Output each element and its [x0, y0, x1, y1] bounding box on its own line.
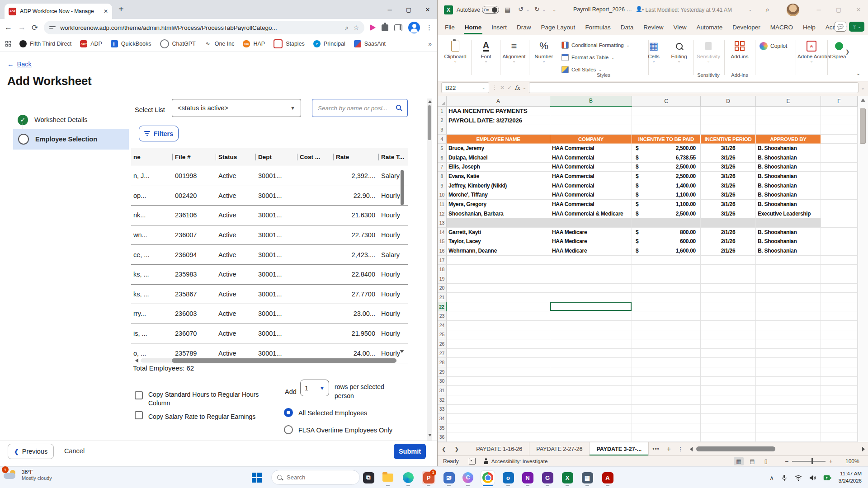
cell-A20[interactable] [447, 284, 550, 293]
cell-B32[interactable] [550, 395, 632, 405]
bookmark-item[interactable]: hapHAP [243, 40, 265, 47]
cell-A34[interactable] [447, 414, 550, 423]
cancel-entry-icon[interactable]: ✕ [500, 84, 505, 91]
column-header-F[interactable]: F [821, 96, 858, 107]
cell-E10[interactable]: B. Shooshanian [756, 190, 821, 200]
extension-pink-icon[interactable] [370, 24, 376, 31]
cell-A6[interactable]: Dulapa, Michael [447, 153, 550, 163]
page-scroll-down-icon[interactable] [428, 434, 432, 436]
row-header-24[interactable]: 24 [438, 321, 447, 330]
cell-E2[interactable] [756, 116, 821, 126]
row-header-27[interactable]: 27 [438, 349, 447, 358]
side-panel-icon[interactable] [394, 24, 402, 31]
cell-A32[interactable] [447, 395, 550, 405]
row-header-15[interactable]: 15 [438, 237, 447, 247]
number-group[interactable]: % Number⌄ [531, 39, 557, 63]
cell-C5[interactable]: $2,500.00 [632, 144, 701, 153]
cell-B15[interactable]: HAA Medicare [550, 237, 632, 247]
back-link[interactable]: ← Back [7, 61, 32, 68]
column-header-B[interactable]: B [550, 96, 632, 107]
page-scrollbar-thumb[interactable] [428, 105, 431, 140]
last-modified-label[interactable]: • Last Modified: Yesterday at 9:41 AM [642, 7, 732, 13]
cell-D1[interactable] [701, 107, 756, 116]
bookmark-item[interactable]: ◉ChatGPT [160, 39, 196, 48]
cell-D6[interactable]: 3/1/26 [701, 153, 756, 163]
taskbar-search-input[interactable] [286, 474, 342, 481]
cell-D27[interactable] [701, 349, 756, 358]
rows-count-dropdown[interactable]: 1 ▼ [300, 380, 329, 396]
row-header-20[interactable]: 20 [438, 284, 447, 293]
cell-A12[interactable]: Shooshanian, Barbara [447, 209, 550, 219]
adobe-acrobat-icon[interactable]: A [601, 471, 614, 484]
cell-E11[interactable]: B. Shooshanian [756, 200, 821, 209]
sheet-hscroll-thumb[interactable] [696, 446, 775, 451]
cell-F20[interactable] [821, 284, 858, 293]
cell-E20[interactable] [756, 284, 821, 293]
cell-A2[interactable]: PAYROLL DATE: 3/27/2026 [447, 116, 550, 126]
cell-E21[interactable] [756, 293, 821, 302]
cell-D16[interactable]: 2/1/26 [701, 246, 756, 256]
ribbon-collapse-icon[interactable]: ⌄ [856, 70, 860, 76]
redo-icon[interactable]: ↻ [534, 5, 540, 13]
cell-F30[interactable] [821, 377, 858, 386]
cell-E16[interactable]: B. Shooshanian [756, 246, 821, 256]
cell-B19[interactable] [550, 274, 632, 284]
cell-E8[interactable]: B. Shooshanian [756, 172, 821, 181]
cell-D17[interactable] [701, 256, 756, 265]
column-header[interactable]: Dept [256, 148, 297, 166]
column-header[interactable]: Status [216, 148, 256, 166]
cell-F5[interactable] [821, 144, 858, 153]
undo-icon[interactable]: ↺ [518, 5, 524, 13]
cancel-button[interactable]: Cancel [64, 447, 85, 455]
copilot-icon[interactable]: C [461, 471, 475, 484]
save-icon[interactable]: ▤ [505, 6, 510, 13]
cell-C18[interactable] [632, 265, 701, 274]
cell-E30[interactable] [756, 377, 821, 386]
flsa-overtime-radio[interactable] [284, 425, 293, 434]
row-header-8[interactable]: 8 [438, 172, 447, 181]
sheet-scroll-up-icon[interactable] [861, 99, 865, 102]
cell-A15[interactable]: Taylor, Lacey [447, 237, 550, 247]
cell-F7[interactable] [821, 163, 858, 172]
cell-F27[interactable] [821, 349, 858, 358]
cell-A24[interactable] [447, 321, 550, 330]
cell-B8[interactable]: HAA Commercial [550, 172, 632, 181]
cell-E17[interactable] [756, 256, 821, 265]
reload-icon[interactable]: ⟳ [32, 23, 38, 33]
cell-D11[interactable]: 3/1/26 [701, 200, 756, 209]
cell-B18[interactable] [550, 265, 632, 274]
new-tab-button[interactable]: + [118, 4, 124, 14]
sheet-horizontal-scrollbar[interactable] [690, 446, 865, 452]
cell-B17[interactable] [550, 256, 632, 265]
cell-F35[interactable] [821, 423, 858, 433]
cell-C33[interactable] [632, 405, 701, 414]
tab-close-icon[interactable]: ✕ [104, 8, 108, 14]
editing-group[interactable]: Editing⌄ [667, 39, 691, 63]
cell-B33[interactable] [550, 405, 632, 414]
row-header-2[interactable]: 2 [438, 116, 447, 126]
row-header-25[interactable]: 25 [438, 330, 447, 340]
cell-F17[interactable] [821, 256, 858, 265]
menu-tab-review[interactable]: Review [643, 24, 663, 31]
row-header-11[interactable]: 11 [438, 200, 447, 209]
cell-E4[interactable]: APPROVED BY [756, 135, 821, 144]
cell-E6[interactable]: B. Shooshanian [756, 153, 821, 163]
cell-E15[interactable]: B. Shooshanian [756, 237, 821, 247]
cell-C15[interactable]: $600.00 [632, 237, 701, 247]
ribbon-expand-icon[interactable]: ❯ [845, 49, 849, 55]
cell-D28[interactable] [701, 358, 756, 367]
cell-A14[interactable]: Garrett, Kayti [447, 228, 550, 237]
browser-menu-icon[interactable]: ⋮ [426, 23, 433, 32]
cell-A13[interactable] [447, 218, 550, 228]
format-as-table-button[interactable]: Format as Table⌄ [561, 52, 647, 63]
cell-A33[interactable] [447, 405, 550, 414]
cell-E29[interactable] [756, 367, 821, 377]
menu-tab-macro[interactable]: MACRO [770, 24, 793, 31]
cell-D21[interactable] [701, 293, 756, 302]
cell-A18[interactable] [447, 265, 550, 274]
row-header-36[interactable]: 36 [438, 432, 447, 442]
cell-D9[interactable]: 3/1/26 [701, 181, 756, 191]
close-icon[interactable]: ✕ [418, 6, 437, 13]
cell-A9[interactable]: Jeffrey, Kimberly (Nikki) [447, 181, 550, 191]
cell-A8[interactable]: Evans, Katie [447, 172, 550, 181]
